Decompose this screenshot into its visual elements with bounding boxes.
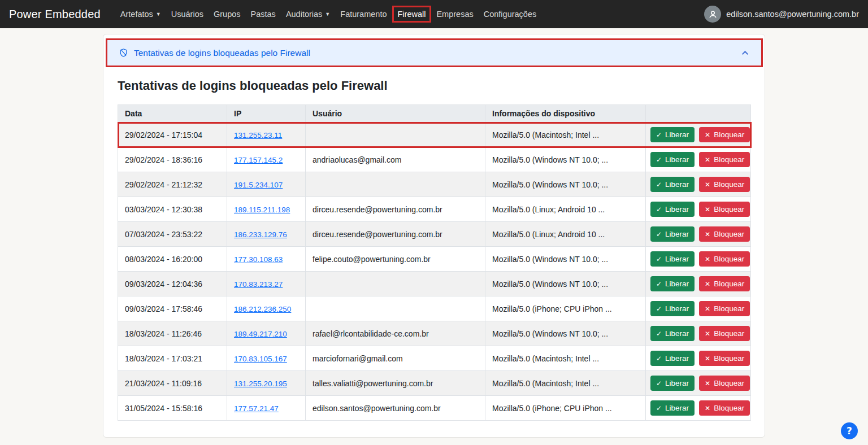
- liberar-button[interactable]: ✓Liberar: [650, 276, 695, 291]
- check-icon: ✓: [656, 231, 662, 238]
- table-row: 08/03/2024 - 16:20:00 177.30.108.63 feli…: [118, 247, 751, 272]
- cell-user: felipe.couto@powertuning.com.br: [306, 247, 485, 272]
- row-actions: ✓Liberar ✕Bloquear: [650, 400, 746, 416]
- cell-date: 07/03/2024 - 23:53:22: [118, 222, 227, 247]
- user-email: edilson.santos@powertuning.com.br: [726, 10, 859, 19]
- x-icon: ✕: [705, 380, 710, 387]
- row-actions: ✓Liberar ✕Bloquear: [650, 177, 746, 192]
- liberar-button[interactable]: ✓Liberar: [650, 251, 695, 267]
- ip-link[interactable]: 131.255.23.11: [234, 131, 282, 139]
- cell-date: 09/03/2024 - 12:04:36: [118, 272, 227, 296]
- check-icon: ✓: [656, 306, 662, 312]
- ip-link[interactable]: 177.157.145.2: [234, 156, 283, 164]
- x-icon: ✕: [705, 330, 710, 337]
- row-actions: ✓Liberar ✕Bloquear: [650, 226, 746, 242]
- liberar-button[interactable]: ✓Liberar: [650, 351, 695, 366]
- top-navbar: Power Embedded Artefatos ▼ Usuários Grup…: [0, 0, 868, 28]
- row-actions: ✓Liberar ✕Bloquear: [650, 202, 746, 217]
- liberar-button[interactable]: ✓Liberar: [650, 202, 695, 217]
- check-icon: ✓: [656, 206, 662, 213]
- bloquear-button[interactable]: ✕Bloquear: [699, 177, 750, 192]
- ip-link[interactable]: 189.49.217.210: [234, 330, 287, 338]
- check-icon: ✓: [656, 156, 662, 163]
- ip-link[interactable]: 186.212.236.250: [234, 305, 291, 313]
- bloquear-button[interactable]: ✕Bloquear: [699, 326, 750, 341]
- ip-link[interactable]: 186.233.129.76: [234, 230, 287, 239]
- ip-link[interactable]: 170.83.213.27: [234, 280, 283, 289]
- check-icon: ✓: [656, 281, 662, 287]
- ip-link[interactable]: 177.57.21.47: [234, 404, 279, 413]
- table-row: 09/03/2024 - 12:04:36 170.83.213.27 Mozi…: [118, 272, 751, 296]
- liberar-button[interactable]: ✓Liberar: [650, 177, 695, 192]
- liberar-button[interactable]: ✓Liberar: [650, 226, 695, 242]
- x-icon: ✕: [705, 181, 710, 188]
- cell-user: marciofornari@gmail.com: [306, 346, 485, 371]
- nav-item-label: Faturamento: [340, 10, 387, 19]
- cell-user: dirceu.resende@powertuning.com.br: [306, 197, 485, 222]
- bloquear-button[interactable]: ✕Bloquear: [699, 276, 750, 291]
- nav-item-label: Auditorias: [286, 10, 322, 19]
- cell-date: 29/02/2024 - 21:12:32: [118, 172, 227, 197]
- caret-down-icon: ▼: [325, 12, 330, 17]
- bloquear-button[interactable]: ✕Bloquear: [699, 301, 750, 316]
- check-icon: ✓: [656, 355, 662, 362]
- liberar-button[interactable]: ✓Liberar: [650, 127, 695, 142]
- ip-link[interactable]: 131.255.20.195: [234, 379, 287, 388]
- accordion-toggle-firewall-logins[interactable]: Tentativas de logins bloqueadas pelo Fir…: [107, 40, 761, 66]
- bloquear-button[interactable]: ✕Bloquear: [699, 152, 750, 167]
- cell-user: talles.valiatti@powertuning.com.br: [306, 371, 485, 396]
- nav-item-usuarios[interactable]: Usuários: [166, 6, 209, 22]
- cell-user: andriaolucas@gmail.com: [306, 147, 485, 172]
- nav-item-auditorias[interactable]: Auditorias ▼: [281, 6, 335, 22]
- cell-date: 18/03/2024 - 11:26:46: [118, 321, 227, 346]
- row-actions: ✓Liberar ✕Bloquear: [650, 351, 746, 366]
- firewall-table-body: 29/02/2024 - 17:15:04 131.255.23.11 Mozi…: [118, 123, 751, 421]
- annotation-accordion-highlight: Tentativas de logins bloqueadas pelo Fir…: [106, 38, 763, 67]
- table-row: 29/02/2024 - 18:36:16 177.157.145.2 andr…: [118, 147, 751, 172]
- cell-device-info: Mozilla/5.0 (iPhone; CPU iPhon ...: [485, 396, 646, 421]
- bloquear-button[interactable]: ✕Bloquear: [699, 226, 750, 242]
- x-icon: ✕: [705, 281, 710, 287]
- cell-date: 29/02/2024 - 17:15:04: [118, 123, 227, 147]
- row-actions: ✓Liberar ✕Bloquear: [650, 152, 746, 167]
- ip-link[interactable]: 177.30.108.63: [234, 255, 283, 264]
- check-icon: ✓: [656, 405, 662, 412]
- nav-item-pastas[interactable]: Pastas: [246, 6, 281, 22]
- bloquear-button[interactable]: ✕Bloquear: [699, 251, 750, 267]
- nav-item-configuracoes[interactable]: Configurações: [479, 6, 542, 22]
- chevron-up-icon[interactable]: [740, 48, 750, 58]
- bloquear-button[interactable]: ✕Bloquear: [699, 351, 750, 366]
- cell-device-info: Mozilla/5.0 (Linux; Android 10 ...: [485, 197, 646, 222]
- user-avatar: [704, 6, 721, 23]
- table-row: 07/03/2024 - 23:53:22 186.233.129.76 dir…: [118, 222, 751, 247]
- bloquear-button[interactable]: ✕Bloquear: [699, 400, 750, 416]
- table-row: 03/03/2024 - 12:30:38 189.115.211.198 di…: [118, 197, 751, 222]
- liberar-button[interactable]: ✓Liberar: [650, 376, 695, 391]
- nav-item-grupos[interactable]: Grupos: [209, 6, 246, 22]
- liberar-button[interactable]: ✓Liberar: [650, 400, 695, 416]
- table-row: 18/03/2024 - 17:03:21 170.83.105.167 mar…: [118, 346, 751, 371]
- nav-item-artefatos[interactable]: Artefatos ▼: [115, 6, 166, 22]
- liberar-button[interactable]: ✓Liberar: [650, 326, 695, 341]
- bloquear-button[interactable]: ✕Bloquear: [699, 376, 750, 391]
- bloquear-button[interactable]: ✕Bloquear: [699, 127, 750, 142]
- nav-item-empresas[interactable]: Empresas: [431, 6, 478, 22]
- ip-link[interactable]: 170.83.105.167: [234, 355, 287, 363]
- table-row: 09/03/2024 - 17:58:46 186.212.236.250 Mo…: [118, 296, 751, 321]
- nav-item-label: Empresas: [436, 10, 473, 19]
- nav-item-firewall[interactable]: Firewall: [392, 6, 432, 23]
- nav-item-faturamento[interactable]: Faturamento: [335, 6, 392, 22]
- cell-date: 21/03/2024 - 11:09:16: [118, 371, 227, 396]
- row-actions: ✓Liberar ✕Bloquear: [650, 127, 746, 142]
- ip-link[interactable]: 191.5.234.107: [234, 181, 283, 189]
- liberar-button[interactable]: ✓Liberar: [650, 301, 695, 316]
- cell-device-info: Mozilla/5.0 (Linux; Android 10 ...: [485, 222, 646, 247]
- help-button[interactable]: ?: [841, 422, 858, 439]
- user-menu[interactable]: edilson.santos@powertuning.com.br: [704, 6, 859, 23]
- liberar-button[interactable]: ✓Liberar: [650, 152, 695, 167]
- cell-user: [306, 123, 485, 147]
- cell-device-info: Mozilla/5.0 (Windows NT 10.0; ...: [485, 272, 646, 296]
- nav-item-label: Artefatos: [120, 10, 153, 19]
- ip-link[interactable]: 189.115.211.198: [234, 206, 290, 214]
- bloquear-button[interactable]: ✕Bloquear: [699, 202, 750, 217]
